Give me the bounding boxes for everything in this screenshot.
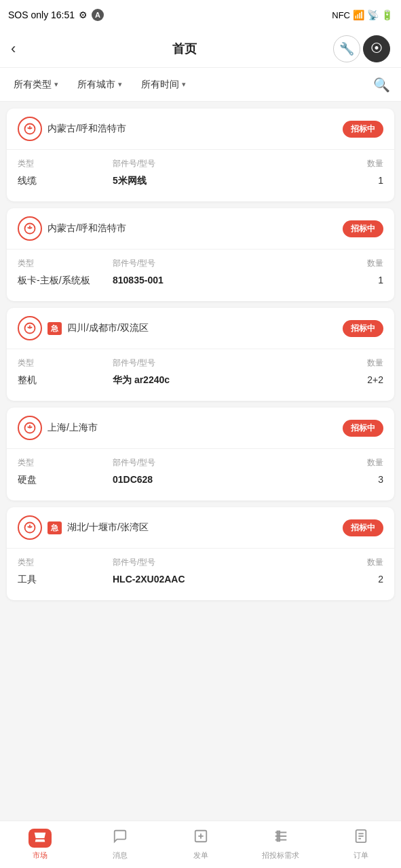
filter-type-label: 所有类型 [14,79,52,91]
order-icon [354,829,368,848]
card-header-left: 上海/上海市 [18,416,98,440]
qty-value: 1 [378,175,383,186]
qty-value: 3 [378,474,383,485]
part-value: 华为 ar2240c [113,374,170,385]
qty-label: 数量 [367,557,383,567]
type-label: 类型 [18,258,34,268]
card-row-labels: 类型 部件号/型号 数量 [18,256,383,269]
list-item[interactable]: 内蒙古/呼和浩特市 招标中 类型 部件号/型号 数量 板卡-主板/系统板 810… [7,208,394,301]
filter-bar: 所有类型 ▾ 所有城市 ▾ 所有时间 ▾ 🔍 [0,68,401,102]
card-header-left: 内蒙古/呼和浩特市 [18,216,126,241]
message-icon [113,829,128,848]
card-location: 内蒙古/呼和浩特市 [47,222,126,235]
wifi-icon: 📡 [367,9,379,20]
type-value: 线缆 [18,175,37,186]
nfc-icon: NFC [332,10,350,20]
card-row-values: 工具 HLC-2XU02AAC 2 [18,572,383,587]
filter-city-label: 所有城市 [77,79,115,91]
post-icon [193,829,208,848]
type-value: 板卡-主板/系统板 [18,275,90,285]
card-row-values: 板卡-主板/系统板 810835-001 1 [18,273,383,288]
signal-icon: 📶 [353,9,364,20]
part-label: 部件号/型号 [113,458,155,467]
qty-value: 2 [378,574,383,585]
back-button[interactable]: ‹ [11,40,35,58]
card-body: 类型 部件号/型号 数量 线缆 5米网线 1 [7,149,394,201]
part-label: 部件号/型号 [113,159,155,168]
part-value: 5米网线 [113,175,147,186]
chevron-down-icon: ▾ [118,80,122,89]
card-row-labels: 类型 部件号/型号 数量 [18,356,383,369]
tool-button[interactable]: 🔧 [333,35,360,62]
card-header: 内蒙古/呼和浩特市 招标中 [7,108,394,149]
card-list: 内蒙古/呼和浩特市 招标中 类型 部件号/型号 数量 线缆 5米网线 1 [0,102,401,821]
accessibility-icon: A [92,9,104,21]
urgent-badge: 急 [47,521,62,534]
part-value: HLC-2XU02AAC [113,574,185,585]
status-text: SOS only 16:51 [8,9,75,20]
card-location: 上海/上海市 [47,422,98,434]
card-row-labels: 类型 部件号/型号 数量 [18,456,383,469]
card-body: 类型 部件号/型号 数量 整机 华为 ar2240c 2+2 [7,349,394,401]
card-header: 急 四川/成都市/双流区 招标中 [7,308,394,349]
type-value: 整机 [18,374,37,385]
status-bar: SOS only 16:51 ⚙ A NFC 📶 📡 🔋 [0,0,401,30]
order-nav-label: 订单 [354,850,368,861]
nav-item-post[interactable]: 发单 [160,829,240,861]
card-body: 类型 部件号/型号 数量 板卡-主板/系统板 810835-001 1 [7,249,394,301]
card-header: 急 湖北/十堰市/张湾区 招标中 [7,507,394,548]
type-label: 类型 [18,557,34,567]
card-header-left: 急 四川/成都市/双流区 [18,316,149,340]
bid-icon [273,829,288,848]
qty-label: 数量 [367,458,383,467]
qty-label: 数量 [367,258,383,268]
status-badge: 招标中 [343,220,383,237]
list-item[interactable]: 急 四川/成都市/双流区 招标中 类型 部件号/型号 数量 整机 华为 ar22… [7,308,394,401]
list-item[interactable]: 急 湖北/十堰市/张湾区 招标中 类型 部件号/型号 数量 工具 HLC-2XU… [7,507,394,600]
card-row-labels: 类型 部件号/型号 数量 [18,157,383,170]
urgent-badge: 急 [47,322,62,335]
market-nav-label: 市场 [33,850,47,861]
card-header: 上海/上海市 招标中 [7,408,394,448]
card-header-left: 急 湖北/十堰市/张湾区 [18,515,149,540]
list-item[interactable]: 内蒙古/呼和浩特市 招标中 类型 部件号/型号 数量 线缆 5米网线 1 [7,108,394,201]
camera-button[interactable]: ⦿ [363,35,390,62]
bottom-nav: 市场 消息 发单 招投标需求 订单 [0,821,401,868]
nav-item-message[interactable]: 消息 [80,829,160,861]
filter-time-label: 所有时间 [141,79,179,91]
header-actions: 🔧 ⦿ [333,35,390,62]
card-header: 内蒙古/呼和浩特市 招标中 [7,208,394,249]
type-label: 类型 [18,458,34,467]
qty-value: 1 [378,275,383,285]
nav-item-order[interactable]: 订单 [321,829,401,861]
filter-type-button[interactable]: 所有类型 ▾ [5,75,66,95]
page-title: 首页 [172,41,197,57]
message-nav-label: 消息 [113,850,128,861]
card-row-labels: 类型 部件号/型号 数量 [18,555,383,568]
status-badge: 招标中 [343,420,383,437]
status-badge: 招标中 [343,519,383,536]
market-icon [28,829,52,848]
card-logo [18,117,42,141]
part-label: 部件号/型号 [113,358,155,368]
list-item[interactable]: 上海/上海市 招标中 类型 部件号/型号 数量 硬盘 01DC628 3 [7,408,394,500]
nav-item-market[interactable]: 市场 [0,829,80,861]
part-label: 部件号/型号 [113,557,155,567]
filter-city-button[interactable]: 所有城市 ▾ [69,75,130,95]
part-value: 01DC628 [113,474,153,485]
card-body: 类型 部件号/型号 数量 工具 HLC-2XU02AAC 2 [7,548,394,600]
filter-time-button[interactable]: 所有时间 ▾ [133,75,194,95]
bid-nav-label: 招投标需求 [262,850,299,861]
card-location: 四川/成都市/双流区 [67,322,149,334]
card-location: 内蒙古/呼和浩特市 [47,123,126,135]
status-badge: 招标中 [343,121,383,138]
search-button[interactable]: 🔍 [368,73,396,97]
card-location: 湖北/十堰市/张湾区 [67,521,149,534]
card-row-values: 整机 华为 ar2240c 2+2 [18,373,383,387]
card-row-values: 硬盘 01DC628 3 [18,473,383,487]
qty-label: 数量 [367,159,383,168]
status-badge: 招标中 [343,320,383,337]
settings-icon: ⚙ [79,9,88,20]
part-value: 810835-001 [113,275,164,285]
nav-item-bid[interactable]: 招投标需求 [241,829,321,861]
